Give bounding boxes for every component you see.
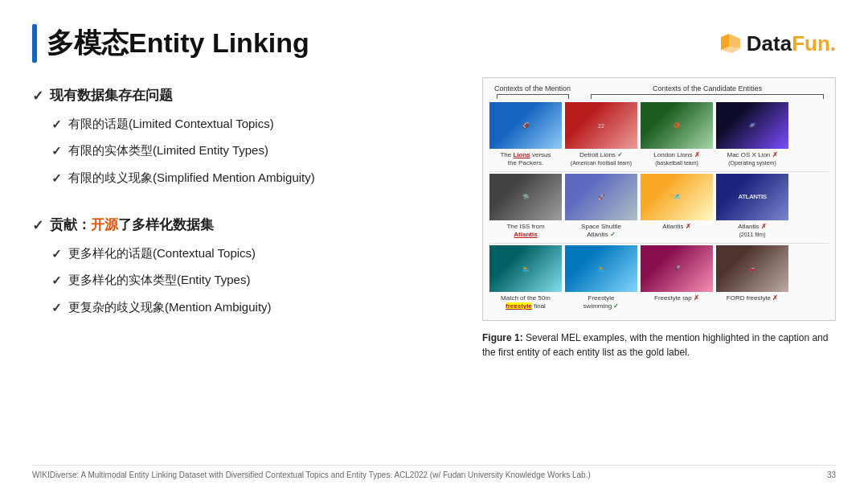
cell-label-1-2: London Lions ✗(basketball team) bbox=[653, 151, 699, 168]
checkmark-2-3: ✓ bbox=[51, 299, 62, 318]
bullet-text-2-1: 更多样化的话题(Contextual Topics) bbox=[68, 244, 256, 263]
figure-bracket-left bbox=[497, 94, 569, 99]
highlight-open-source: 开源 bbox=[91, 217, 118, 232]
grid-cell-2-0: 🛸 The ISS fromAtlantis bbox=[489, 174, 562, 240]
svg-marker-1 bbox=[729, 34, 740, 48]
footer-page-number: 33 bbox=[827, 471, 836, 479]
bullet-text-2-3: 更复杂的歧义现象(Mention Ambiguity) bbox=[68, 298, 272, 317]
bullet-text-1-3: 有限的歧义现象(Simplified Mention Ambiguity) bbox=[68, 169, 315, 187]
grid-cell-3-1: 🏊 Freestyleswimming ✓ bbox=[565, 245, 637, 311]
logo: DataFun. bbox=[718, 31, 836, 56]
grid-cell-1-2: 🏀 London Lions ✗(basketball team) bbox=[641, 102, 713, 168]
logo-suffix: Fun. bbox=[792, 31, 836, 55]
title-bar-accent bbox=[32, 24, 37, 63]
figure-header-left-label: Contexts of the Mention bbox=[494, 84, 571, 92]
row-separator-1 bbox=[489, 171, 829, 172]
figure-bracket-right bbox=[591, 94, 824, 99]
cell-label-2-1: Space ShuttleAtlantis ✓ bbox=[581, 223, 621, 240]
figure-row-2: 🛸 The ISS fromAtlantis 🚀 Space ShuttleAt… bbox=[489, 174, 829, 240]
grid-img-iss: 🛸 bbox=[489, 174, 562, 220]
grid-img-galaxy: 🌌 bbox=[716, 102, 788, 149]
logo-prefix: Data bbox=[747, 31, 792, 55]
checkmark-2-2: ✓ bbox=[51, 272, 62, 290]
figure-caption-label: Figure 1: bbox=[482, 332, 523, 343]
checkmark-1-2: ✓ bbox=[51, 142, 62, 161]
main-content: ✓ 现有数据集存在问题 ✓ 有限的话题(Limited Contextual T… bbox=[32, 77, 836, 473]
grid-cell-2-3: ATLANTIS Atlantis ✗(2011 film) bbox=[716, 174, 788, 240]
cell-label-1-3: Mac OS X Lion ✗(Operating system) bbox=[727, 151, 777, 168]
checkmark-1: ✓ bbox=[32, 86, 43, 107]
grid-cell-1-3: 🌌 Mac OS X Lion ✗(Operating system) bbox=[716, 102, 788, 168]
figure-container: Contexts of the Mention Contexts of the … bbox=[482, 77, 836, 321]
cell-label-2-0: The ISS fromAtlantis bbox=[506, 223, 544, 240]
bullet-item-1-2: ✓ 有限的实体类型(Limited Entity Types) bbox=[32, 140, 458, 162]
footer: WIKIDiverse: A Multimodal Entity Linking… bbox=[32, 465, 836, 479]
checkmark-2: ✓ bbox=[32, 216, 43, 236]
checkmark-1-3: ✓ bbox=[51, 170, 62, 188]
grid-cell-1-1: 22 Detroit Lions ✓(American football tea… bbox=[565, 102, 637, 168]
logo-text: DataFun. bbox=[747, 31, 836, 56]
grid-img-atlantis-film: ATLANTIS bbox=[716, 174, 788, 220]
grid-cell-2-2: 🗺️ Atlantis ✗ bbox=[641, 174, 713, 240]
figure-row-3: 🏊 Match of the 50mfreestyle final 🏊 Free… bbox=[489, 245, 829, 311]
bullet-text-2-2: 更多样化的实体类型(Entity Types) bbox=[68, 271, 250, 290]
grid-img-detroit-lions: 22 bbox=[565, 102, 637, 149]
slide: 多模态Entity Linking DataFun. ✓ 现有数据集存在问题 bbox=[0, 0, 868, 489]
figure-row-1: 🏈 The Lions versusthe Packers. 22 Detroi… bbox=[489, 102, 829, 168]
figure-header-left: Contexts of the Mention bbox=[494, 84, 571, 99]
cell-label-1-0: The Lions versusthe Packers. bbox=[500, 151, 551, 168]
grid-cell-3-2: 🎤 Freestyle rap ✗ bbox=[641, 245, 713, 311]
grid-cell-3-3: 🚗 FORD freestyle ✗ bbox=[716, 245, 788, 311]
figure-caption-text: Several MEL examples, with the mention h… bbox=[482, 332, 828, 358]
header: 多模态Entity Linking DataFun. bbox=[32, 24, 836, 63]
title-container: 多模态Entity Linking bbox=[32, 24, 309, 63]
left-panel: ✓ 现有数据集存在问题 ✓ 有限的话题(Limited Contextual T… bbox=[32, 77, 458, 473]
bullet-item-2-1: ✓ 更多样化的话题(Contextual Topics) bbox=[32, 243, 458, 265]
grid-cell-2-1: 🚀 Space ShuttleAtlantis ✓ bbox=[565, 174, 637, 240]
grid-img-freestyle-rap: 🎤 bbox=[641, 245, 713, 292]
cell-label-1-1: Detroit Lions ✓(American football team) bbox=[571, 151, 632, 168]
bullet-text-2: 贡献：开源了多样化数据集 bbox=[50, 215, 214, 236]
bullet-text-1: 现有数据集存在问题 bbox=[50, 85, 173, 106]
bullet-item-1-1: ✓ 有限的话题(Limited Contextual Topics) bbox=[32, 113, 458, 136]
bullet-item-1-3: ✓ 有限的歧义现象(Simplified Mention Ambiguity) bbox=[32, 167, 458, 190]
cell-label-3-2: Freestyle rap ✗ bbox=[654, 294, 699, 302]
figure-header-right: Contexts of the Candidate Entities bbox=[591, 84, 824, 99]
spacer bbox=[32, 194, 458, 202]
grid-cell-1-0: 🏈 The Lions versusthe Packers. bbox=[489, 102, 562, 168]
figure-header: Contexts of the Mention Contexts of the … bbox=[489, 84, 829, 102]
bullet-text-1-1: 有限的话题(Limited Contextual Topics) bbox=[68, 115, 274, 134]
bullet-item-2: ✓ 贡献：开源了多样化数据集 bbox=[32, 213, 458, 238]
grid-img-atlantis-map: 🗺️ bbox=[641, 174, 713, 220]
grid-img-football: 🏈 bbox=[489, 102, 562, 149]
grid-img-london-lions: 🏀 bbox=[641, 102, 713, 149]
right-panel: Contexts of the Mention Contexts of the … bbox=[482, 77, 836, 473]
grid-img-pool: 🏊 bbox=[489, 245, 562, 292]
grid-img-ford-freestyle: 🚗 bbox=[716, 245, 788, 292]
figure-caption: Figure 1: Several MEL examples, with the… bbox=[482, 331, 836, 360]
bullet-item-2-3: ✓ 更复杂的歧义现象(Mention Ambiguity) bbox=[32, 297, 458, 319]
datafun-logo-icon bbox=[718, 31, 743, 56]
footer-left: WIKIDiverse: A Multimodal Entity Linking… bbox=[32, 471, 591, 479]
checkmark-1-1: ✓ bbox=[51, 116, 62, 134]
bullet-item-2-2: ✓ 更多样化的实体类型(Entity Types) bbox=[32, 269, 458, 292]
grid-img-swim: 🏊 bbox=[565, 245, 637, 292]
bullet-item-1: ✓ 现有数据集存在问题 bbox=[32, 84, 458, 109]
figure-header-right-label: Contexts of the Candidate Entities bbox=[653, 84, 762, 92]
cell-label-2-2: Atlantis ✗ bbox=[662, 223, 690, 231]
cell-label-3-0: Match of the 50mfreestyle final bbox=[501, 294, 551, 311]
grid-img-shuttle: 🚀 bbox=[565, 174, 637, 220]
cell-label-2-3: Atlantis ✗(2011 film) bbox=[738, 223, 766, 240]
page-title: 多模态Entity Linking bbox=[47, 25, 309, 62]
bullet-text-1-2: 有限的实体类型(Limited Entity Types) bbox=[68, 142, 268, 160]
grid-cell-3-0: 🏊 Match of the 50mfreestyle final bbox=[489, 245, 562, 311]
cell-label-3-1: Freestyleswimming ✓ bbox=[583, 294, 620, 311]
checkmark-2-1: ✓ bbox=[51, 245, 62, 264]
cell-label-3-3: FORD freestyle ✗ bbox=[727, 294, 778, 302]
row-separator-2 bbox=[489, 243, 829, 244]
